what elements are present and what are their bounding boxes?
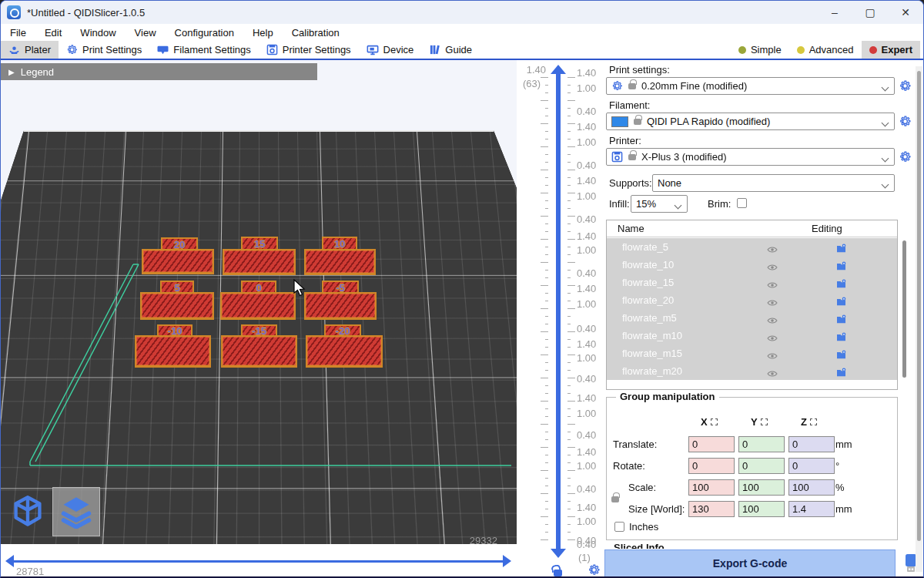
supports-combo[interactable]: None bbox=[652, 174, 895, 192]
gm-input-0-y[interactable]: 0 bbox=[738, 436, 785, 452]
print-settings-combo[interactable]: 0.20mm Fine (modified) bbox=[606, 77, 895, 95]
layer-slider[interactable]: 1.40 (63) 1.401.000.401.401.000.401.401.… bbox=[517, 60, 604, 578]
layer-slider-track[interactable] bbox=[556, 74, 561, 555]
object-row-flowrate_5[interactable]: flowrate_5 bbox=[607, 238, 897, 256]
object-list-scrollbar[interactable] bbox=[902, 240, 906, 378]
maximize-button[interactable]: ▢ bbox=[852, 1, 888, 24]
gcode-move-slider[interactable]: 29332 28781 bbox=[1, 544, 517, 578]
object-row-flowrate_15[interactable]: flowrate_15 bbox=[607, 274, 897, 291]
filament-combo[interactable]: QIDI PLA Rapido (modified) bbox=[606, 113, 895, 130]
flowrate-object-tab[interactable]: -20 bbox=[324, 324, 361, 336]
flowrate-object--20[interactable] bbox=[306, 335, 383, 368]
object-row-flowrate_m15[interactable]: flowrate_m15 bbox=[607, 344, 897, 362]
slider-unlock-icon[interactable] bbox=[554, 565, 562, 576]
layer-slider-top-handle[interactable] bbox=[551, 65, 566, 74]
menu-item-view[interactable]: View bbox=[126, 27, 166, 39]
infill-combo[interactable]: 15% bbox=[631, 195, 688, 213]
menu-item-edit[interactable]: Edit bbox=[35, 27, 71, 39]
menu-item-configuration[interactable]: Configuration bbox=[166, 27, 243, 39]
flowrate-object--15[interactable] bbox=[221, 335, 297, 368]
gm-input-3-y[interactable]: 100 bbox=[738, 501, 785, 517]
visibility-eye-icon[interactable] bbox=[767, 349, 778, 363]
object-row-flowrate_m20[interactable]: flowrate_m20 bbox=[607, 362, 897, 380]
printer-gear-button[interactable] bbox=[899, 150, 912, 164]
gm-input-3-z[interactable]: 1.4 bbox=[788, 501, 835, 517]
flowrate-object-5[interactable] bbox=[140, 292, 214, 320]
flowrate-object-0[interactable] bbox=[220, 292, 296, 320]
visibility-eye-icon[interactable] bbox=[767, 296, 778, 310]
scale-lock-icon[interactable] bbox=[611, 492, 619, 502]
edit-object-icon[interactable] bbox=[836, 242, 846, 256]
gm-input-2-x[interactable]: 100 bbox=[688, 479, 735, 496]
filament-gear-button[interactable] bbox=[899, 115, 912, 129]
visibility-eye-icon[interactable] bbox=[767, 314, 778, 328]
print-settings-gear-button[interactable] bbox=[899, 79, 912, 93]
flowrate-object-20[interactable] bbox=[142, 249, 214, 274]
menu-item-file[interactable]: File bbox=[1, 27, 35, 39]
flowrate-object-tab[interactable]: 0 bbox=[241, 281, 276, 293]
minimize-button[interactable]: – bbox=[817, 1, 852, 24]
menu-item-help[interactable]: Help bbox=[243, 27, 283, 39]
flowrate-object-tab[interactable]: 20 bbox=[161, 237, 198, 250]
gm-input-1-y[interactable]: 0 bbox=[738, 458, 785, 474]
inches-checkbox[interactable] bbox=[614, 522, 624, 532]
edit-object-icon[interactable] bbox=[836, 313, 846, 327]
object-row-flowrate_m10[interactable]: flowrate_m10 bbox=[607, 327, 897, 344]
tab-guide[interactable]: Guide bbox=[421, 41, 480, 59]
gm-input-1-x[interactable]: 0 bbox=[688, 458, 735, 474]
flowrate-object-15[interactable] bbox=[223, 249, 296, 275]
visibility-eye-icon[interactable] bbox=[767, 278, 778, 292]
object-row-flowrate_10[interactable]: flowrate_10 bbox=[607, 256, 897, 274]
visibility-eye-icon[interactable] bbox=[767, 367, 778, 381]
layer-slider-bottom-handle[interactable] bbox=[551, 549, 566, 558]
gm-input-0-z[interactable]: 0 bbox=[788, 436, 835, 452]
viewport-3d[interactable]: 20151050-5-10-15-20 ▶ Legend bbox=[1, 60, 517, 544]
sidebar-scrollbar[interactable] bbox=[916, 66, 922, 572]
visibility-eye-icon[interactable] bbox=[767, 331, 778, 345]
slider-settings-icon[interactable] bbox=[588, 563, 601, 578]
mode-simple[interactable]: Simple bbox=[731, 41, 789, 59]
object-row-flowrate_20[interactable]: flowrate_20 bbox=[607, 291, 897, 309]
flowrate-object-tab[interactable]: 15 bbox=[241, 237, 278, 249]
gm-input-0-x[interactable]: 0 bbox=[688, 436, 735, 452]
tab-plater[interactable]: Plater bbox=[1, 41, 59, 59]
edit-object-icon[interactable] bbox=[836, 366, 846, 380]
flowrate-object-tab[interactable]: -5 bbox=[322, 281, 359, 293]
flowrate-object--10[interactable] bbox=[135, 335, 211, 368]
move-slider-track[interactable] bbox=[13, 560, 503, 563]
export-gcode-button[interactable]: Export G-code bbox=[604, 549, 896, 577]
close-button[interactable]: ✕ bbox=[888, 1, 923, 24]
edit-object-icon[interactable] bbox=[836, 331, 846, 344]
tab-print-settings[interactable]: Print Settings bbox=[59, 41, 149, 59]
flowrate-object-tab[interactable]: -15 bbox=[241, 324, 277, 336]
edit-object-icon[interactable] bbox=[836, 260, 846, 274]
gm-input-3-x[interactable]: 130 bbox=[688, 501, 735, 517]
menu-item-window[interactable]: Window bbox=[71, 27, 125, 39]
gm-input-1-z[interactable]: 0 bbox=[788, 458, 835, 474]
flowrate-object-tab[interactable]: 10 bbox=[322, 237, 357, 249]
gm-input-2-y[interactable]: 100 bbox=[738, 479, 785, 496]
tab-printer-settings[interactable]: Printer Settings bbox=[259, 41, 359, 59]
menu-item-calibration[interactable]: Calibration bbox=[283, 27, 349, 39]
legend-bar[interactable]: ▶ Legend bbox=[1, 63, 317, 80]
mode-advanced[interactable]: Advanced bbox=[789, 41, 862, 59]
visibility-eye-icon[interactable] bbox=[767, 260, 778, 274]
tab-device[interactable]: Device bbox=[359, 41, 422, 59]
mode-expert[interactable]: Expert bbox=[862, 41, 920, 59]
edit-object-icon[interactable] bbox=[836, 348, 846, 362]
visibility-eye-icon[interactable] bbox=[767, 243, 778, 257]
flowrate-object-tab[interactable]: 5 bbox=[160, 281, 194, 293]
tab-filament-settings[interactable]: Filament Settings bbox=[149, 41, 258, 59]
edit-object-icon[interactable] bbox=[836, 277, 846, 291]
flowrate-object-10[interactable] bbox=[304, 249, 376, 275]
move-slider-right-arrow[interactable] bbox=[503, 555, 511, 567]
view-3d-button[interactable] bbox=[4, 487, 52, 536]
view-layers-button[interactable] bbox=[52, 487, 100, 536]
flowrate-object-tab[interactable]: -10 bbox=[157, 324, 192, 336]
brim-checkbox[interactable] bbox=[737, 198, 747, 208]
gm-input-2-z[interactable]: 100 bbox=[788, 479, 835, 496]
printer-combo[interactable]: X-Plus 3 (modified) bbox=[606, 148, 895, 166]
flowrate-object--5[interactable] bbox=[304, 292, 377, 320]
object-row-flowrate_m5[interactable]: flowrate_m5 bbox=[607, 309, 897, 327]
edit-object-icon[interactable] bbox=[836, 295, 846, 309]
